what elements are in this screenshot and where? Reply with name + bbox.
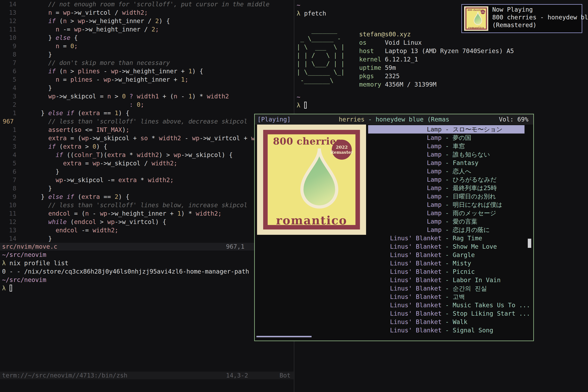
line-number: 5	[0, 75, 16, 84]
code-token	[63, 193, 67, 200]
playlist-item[interactable]: Lamp - 愛の言葉	[368, 217, 524, 226]
playlist-item[interactable]: Lamp - 夢の国	[368, 134, 524, 142]
playlist-item-artist: Linus' Blanket	[368, 259, 442, 268]
playlist-item[interactable]: Lamp - 車窓	[368, 142, 524, 150]
nvim-window[interactable]: 14 // not enough room for 'scrolloff', p…	[0, 0, 294, 392]
terminal-statusline-ruler: 14,3-2	[226, 372, 248, 379]
code-token: (	[56, 143, 63, 150]
code-token: -	[89, 210, 100, 217]
code-token: while	[48, 218, 66, 226]
playlist-item[interactable]: Linus' Blanket - Show Me Love	[368, 242, 524, 251]
terminal-row: λ nix profile list	[0, 259, 294, 267]
playlist-item-separator: -	[442, 234, 453, 242]
code-line: 14 }	[0, 234, 294, 243]
pfetch-info: stefan@s00.xyzosVoid LinuxhostLaptop 13 …	[359, 30, 514, 88]
code-editor[interactable]: 14 // not enough room for 'scrolloff', p…	[0, 0, 294, 243]
playlist-item[interactable]: Lamp - Fantasy	[368, 159, 524, 167]
code-token: ;	[140, 101, 144, 108]
progress-track[interactable]	[256, 336, 532, 337]
playlist-item[interactable]: Linus' Blanket - Stop Liking Start ...	[368, 309, 524, 318]
code-token: width2	[196, 210, 218, 217]
code-token: wp	[100, 210, 107, 217]
code-token: ->w_virtcol) {	[115, 218, 166, 226]
code-token: 0	[122, 93, 126, 100]
code-line: 4 if ((colnr_T)(extra * width2) > wp->w_…	[0, 151, 294, 159]
pfetch-field-value: 2325	[385, 72, 400, 80]
playlist-item-separator: -	[442, 217, 453, 226]
playlist-item[interactable]: Linus' Blanket - 고백	[368, 292, 524, 301]
playlist-item[interactable]: Lamp - ひろがるなみだ	[368, 176, 524, 184]
code-token: }	[26, 185, 52, 192]
album-artist-text: 800 cherries	[273, 137, 342, 146]
code-token: ?	[130, 93, 133, 100]
code-text: }	[26, 168, 60, 176]
playlist-item-title: Picnic	[453, 268, 475, 276]
code-token: wp	[78, 17, 85, 24]
playlist-item-artist: Linus' Blanket	[368, 309, 442, 318]
code-token: ) {	[159, 17, 170, 24]
playlist-item[interactable]: Linus' Blanket - Labor In Vain	[368, 276, 524, 284]
playlist-item-title: 誰も知らない	[453, 150, 490, 159]
code-token: width2	[122, 9, 144, 16]
code-token: ) >	[159, 151, 174, 158]
code-token: >	[96, 218, 107, 226]
code-token: =	[52, 9, 63, 16]
playlist-item[interactable]: Linus' Blanket - Signal Song	[368, 326, 524, 334]
code-token: else	[48, 110, 63, 116]
playlist-item-artist: Lamp	[368, 200, 442, 209]
code-token: ->w_height_inner +	[111, 76, 181, 83]
playlist-item[interactable]: Linus' Blanket - Walk	[368, 318, 524, 326]
playlist-item[interactable]: Lamp - 日曜日のお別れ	[368, 192, 524, 200]
playlist-item[interactable]: Linus' Blanket - Misty	[368, 259, 524, 268]
playlist-item[interactable]: Linus' Blanket - Music Takes Us To ...	[368, 301, 524, 309]
playlist-item-separator: -	[442, 159, 453, 167]
playlist-item[interactable]: Linus' Blanket - Picnic	[368, 268, 524, 276]
playlist-item[interactable]: Lamp - 最終列車は25時	[368, 184, 524, 192]
playlist-item[interactable]: Lamp - スロ〜モ〜ション	[368, 125, 524, 134]
code-token: extra	[82, 193, 100, 200]
code-token: ) {	[96, 143, 107, 150]
code-text: endcol -= width2;	[26, 226, 118, 234]
album-title-text-mini: romantico	[466, 27, 486, 28]
code-token: }	[26, 193, 48, 200]
playlist-item-artist: Lamp	[368, 125, 442, 134]
playlist-item-artist: Lamp	[368, 184, 442, 192]
teardrop-graphic-mini	[472, 11, 484, 26]
code-text: n = 0;	[26, 42, 78, 50]
code-token: =	[82, 160, 92, 167]
playlist-item-separator: -	[442, 192, 453, 200]
album-cover: 800 cherries 2022 Remaster roman	[257, 124, 366, 235]
code-token: {	[70, 34, 78, 41]
code-token	[133, 101, 137, 108]
code-token: n	[56, 42, 60, 50]
playlist-item[interactable]: Lamp - 恋は月の蔭に	[368, 226, 524, 234]
playlist-item[interactable]: Lamp - 恋人へ	[368, 167, 524, 176]
code-token: (	[74, 193, 82, 200]
code-token: 2	[152, 26, 155, 33]
playlist-item-artist: Linus' Blanket	[368, 276, 442, 284]
playlist-item[interactable]: Lamp - 雨のメッセージ	[368, 209, 524, 217]
cwd-path: ~	[297, 2, 300, 8]
playlist-item[interactable]: Lamp - 明日になれば僕は	[368, 200, 524, 209]
code-token: = (	[70, 210, 85, 217]
now-playing-notification[interactable]: 800 cherries 2022 Remaster romantico Now…	[462, 4, 582, 33]
notification-thumbnail: 800 cherries 2022 Remaster romantico	[464, 6, 488, 31]
playlist-scrollbar[interactable]	[528, 239, 531, 248]
code-token	[26, 160, 63, 167]
music-player-window[interactable]: [Playing] herries - honeydew blue (Remas…	[254, 114, 534, 341]
code-token: n	[63, 68, 67, 75]
terminal-row: ~	[294, 93, 588, 101]
embedded-terminal[interactable]: ~/src/neovimλ nix profile list0 - - /nix…	[0, 250, 294, 292]
code-token: ((	[63, 151, 74, 158]
code-token: if	[56, 151, 63, 158]
playlist-item[interactable]: Linus' Blanket - Rag Time	[368, 234, 524, 242]
playlist-item[interactable]: Lamp - 誰も知らない	[368, 150, 524, 159]
playlist-item[interactable]: Linus' Blanket - 순간의 진실	[368, 284, 524, 292]
code-token: -	[100, 68, 111, 75]
code-line: 6 }	[0, 168, 294, 176]
code-line: 5 n = plines - wp->w_height_inner + 1;	[0, 75, 294, 84]
playlist-item-title: 夢の国	[453, 134, 471, 142]
code-token: extra	[48, 134, 66, 142]
playlist-item[interactable]: Linus' Blanket - Gargle	[368, 251, 524, 259]
playlist-item-title: 最終列車は25時	[453, 184, 497, 192]
